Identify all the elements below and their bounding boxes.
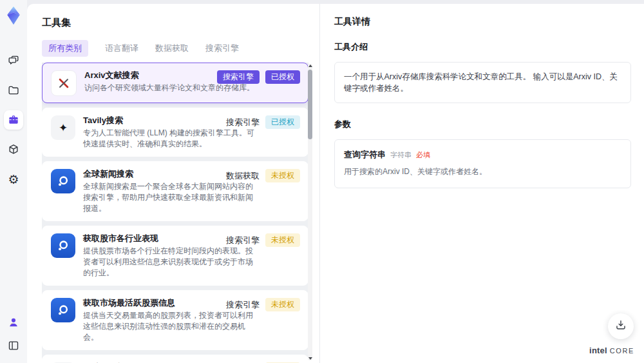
app-rail: ⚙︎ (0, 0, 27, 363)
tools-list: Arxiv文献搜索访问各个研究领域大量科学论文和文章的存储库。搜索引擎已授权✦T… (42, 63, 312, 363)
status-badge: 已授权 (265, 115, 300, 129)
status-badge: 未授权 (265, 169, 300, 182)
tab-所有类别[interactable]: 所有类别 (42, 40, 88, 57)
tool-card[interactable]: 全球新闻搜索全球新闻搜索是一个聚合全球各大新闻网站内容的搜索引擎，帮助用户快速获… (42, 161, 308, 221)
page-title: 工具集 (42, 17, 319, 29)
category-badge: 搜索引擎 (217, 70, 260, 84)
category-badge: 搜索引擎 (226, 235, 260, 246)
tool-card[interactable]: 获取股市各行业表现提供股票市场各个行业在特定时间段内的表现。投资者可以利用这些信… (42, 226, 308, 286)
tab-搜索引擎[interactable]: 搜索引擎 (205, 40, 239, 57)
arxiv-icon (51, 70, 77, 96)
intel-wordmark: intel (589, 346, 607, 355)
tool-intro-text: 一个用于从Arxiv存储库搜索科学论文和文章的工具。 输入可以是Arxiv ID… (344, 72, 618, 93)
tool-desc: 提供股票市场各个行业在特定时间段内的表现。投资者可以利用这些信息来识别表现优于或… (83, 246, 258, 279)
tool-badges: 数据获取未授权 (226, 169, 300, 182)
tool-badges: 搜索引擎未授权 (226, 298, 300, 311)
sidebar-item-cube[interactable] (4, 140, 23, 159)
intro-heading: 工具介绍 (334, 41, 631, 53)
param-item: 查询字符串字符串必填 用于搜索的Arxiv ID、关键字或作者姓名。 (334, 139, 631, 188)
sidebar-item-chat[interactable] (4, 51, 23, 70)
scrollbar-up-arrow[interactable] (308, 64, 312, 67)
core-wordmark: CORE (610, 347, 634, 355)
scrollbar-down-arrow[interactable] (308, 357, 312, 360)
tool-desc: 专为人工智能代理 (LLM) 构建的搜索引擎工具。可快速提供实时、准确和真实的结… (83, 128, 258, 150)
category-badge: 搜索引擎 (226, 117, 260, 128)
global-news-icon (51, 169, 75, 193)
params-heading: 参数 (334, 119, 631, 130)
category-badge: 数据获取 (226, 170, 260, 182)
sidebar-nav: ⚙︎ (4, 51, 23, 189)
tool-desc: 全球新闻搜索是一个聚合全球各大新闻网站内容的搜索引擎，帮助用户快速获取全球最新资… (83, 181, 258, 214)
tool-badges: 搜索引擎已授权 (226, 115, 300, 129)
status-badge: 已授权 (265, 70, 300, 84)
tab-语言翻译[interactable]: 语言翻译 (105, 40, 138, 57)
download-icon (614, 319, 627, 334)
main-content: 工具集 所有类别语言翻译数据获取搜索引擎 Arxiv文献搜索访问各个研究领域大量… (27, 4, 644, 363)
intel-core-logo: intel CORE (589, 346, 634, 355)
param-desc: 用于搜索的Arxiv ID、关键字或作者姓名。 (344, 166, 621, 177)
sidebar-item-toolbox[interactable] (4, 110, 23, 130)
sidebar-bottom (4, 313, 23, 355)
stock-sector-icon (51, 233, 75, 258)
tool-card[interactable]: 获取市场最活跃股票信息提供当天交易量最高的股票列表，投资者可以利用这些信息来识别… (42, 290, 308, 350)
download-button[interactable] (608, 313, 634, 339)
app-logo (5, 6, 22, 25)
detail-pane: 工具详情 工具介绍 一个用于从Arxiv存储库搜索科学论文和文章的工具。 输入可… (320, 4, 644, 363)
param-required-badge: 必填 (416, 151, 430, 159)
tool-badges: 搜索引擎未授权 (226, 233, 300, 247)
param-header: 查询字符串字符串必填 (344, 148, 621, 161)
tool-intro-box: 一个用于从Arxiv存储库搜索科学论文和文章的工具。 输入可以是Arxiv ID… (334, 62, 631, 103)
param-name: 查询字符串 (344, 150, 386, 159)
category-tabs: 所有类别语言翻译数据获取搜索引擎 (42, 40, 319, 57)
tab-数据获取[interactable]: 数据获取 (155, 40, 189, 57)
detail-title: 工具详情 (334, 16, 631, 28)
tool-card[interactable]: ✦Tavily搜索专为人工智能代理 (LLM) 构建的搜索引擎工具。可快速提供实… (42, 108, 308, 157)
sidebar-item-folder[interactable] (4, 81, 23, 100)
tools-pane: 工具集 所有类别语言翻译数据获取搜索引擎 Arxiv文献搜索访问各个研究领域大量… (27, 4, 320, 363)
tavily-icon: ✦ (51, 115, 75, 140)
category-badge: 搜索引擎 (226, 299, 260, 311)
sidebar-item-user[interactable] (4, 313, 23, 332)
scrollbar[interactable] (308, 64, 312, 360)
sidebar-item-panel-toggle[interactable] (4, 336, 23, 355)
tool-card[interactable]: 万维地区新闻查询查询具体行政区划内的新闻，快速了解各地新闻动搜索引擎未授权 (42, 355, 308, 363)
active-stocks-icon (51, 298, 75, 322)
status-badge: 未授权 (265, 298, 300, 311)
param-type: 字符串 (390, 151, 412, 159)
tool-desc: 访问各个研究领域大量科学论文和文章的存储库。 (84, 83, 260, 93)
status-badge: 未授权 (265, 233, 300, 247)
tool-cards: Arxiv文献搜索访问各个研究领域大量科学论文和文章的存储库。搜索引擎已授权✦T… (42, 63, 308, 363)
sidebar-item-settings[interactable]: ⚙︎ (4, 170, 23, 189)
tool-desc: 提供当天交易量最高的股票列表，投资者可以利用这些信息来识别流动性强的股票和潜在的… (83, 310, 258, 343)
tool-card[interactable]: Arxiv文献搜索访问各个研究领域大量科学论文和文章的存储库。搜索引擎已授权 (42, 63, 308, 103)
tool-badges: 搜索引擎已授权 (217, 70, 300, 84)
scrollbar-thumb[interactable] (308, 70, 312, 139)
